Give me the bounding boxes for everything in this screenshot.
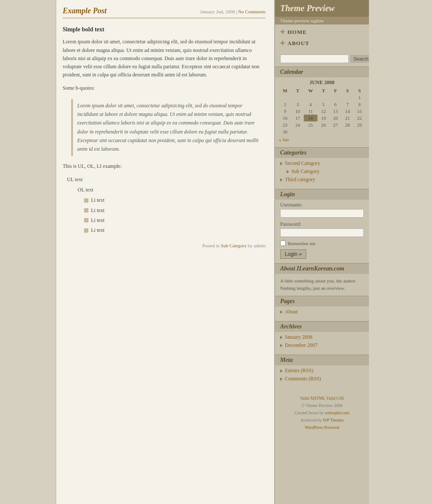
list-item: Li text [84, 216, 266, 225]
arrow-icon [280, 377, 283, 381]
page-item[interactable]: About [280, 309, 364, 315]
arrow-icon [280, 178, 283, 182]
post-paragraph: Lorem ipsum dolor sit amet, consectetur … [63, 38, 266, 79]
cal-nav-row: « Jan [278, 135, 366, 143]
search-button[interactable]: Search [350, 55, 372, 63]
remember-checkbox[interactable] [280, 240, 286, 246]
archive-link[interactable]: December 2007 [285, 342, 317, 349]
meta-item[interactable]: Comments (RSS) [280, 376, 364, 382]
categories-title: Categories [275, 147, 369, 158]
arrow-icon [280, 310, 283, 314]
sidebar: Theme Preview Theme preview tagline ✛ HO… [275, 0, 369, 504]
post-comments-link[interactable]: No Comments [238, 9, 266, 14]
cal-header: F [329, 87, 341, 94]
category-link[interactable]: Second Category [285, 160, 320, 167]
valid-xhtml-link[interactable]: Valid XHTML [300, 396, 325, 401]
cal-row: 2345678 [278, 101, 366, 108]
li-list: Li text Li text Li text Li text [84, 196, 266, 234]
page-link[interactable]: About [285, 309, 298, 315]
cal-row: 23242526272829 [278, 121, 366, 128]
login-button[interactable]: Login » [280, 249, 306, 259]
category-item[interactable]: Third category [280, 176, 364, 183]
archive-item[interactable]: January 2008 [280, 334, 364, 340]
cal-header: T [317, 87, 329, 94]
webophir-link[interactable]: webophir.com [325, 410, 349, 415]
archives-title: Archives [275, 321, 369, 332]
plus-icon: ✛ [280, 40, 285, 47]
right-margin [369, 0, 432, 504]
calendar-wrapper: JUNE 2008 M T W T F S S 1 [275, 77, 369, 147]
posted-in-category[interactable]: Sub Category [221, 243, 247, 248]
left-margin [0, 0, 56, 504]
cal-prev-link[interactable]: « Jan [279, 137, 289, 142]
rss-link[interactable]: Entries (RSS) [285, 367, 313, 374]
archive-item[interactable]: December 2007 [280, 342, 364, 349]
post-date: January 2nd, 2008 [200, 9, 235, 14]
comments-rss-link[interactable]: Comments (RSS) [285, 376, 321, 382]
sub-category-link[interactable]: Sub Category [291, 168, 320, 175]
li-bullet [84, 218, 88, 222]
meta-item[interactable]: Entries (RSS) [280, 367, 364, 374]
calendar-table: M T W T F S S 1 2345678 [278, 87, 366, 143]
sidebar-nav-home[interactable]: ✛ HOME [275, 27, 369, 38]
calendar-title: Calendar [275, 67, 369, 77]
post-header: Example Post January 2nd, 2008 | No Comm… [63, 6, 266, 18]
category-item[interactable]: Second Category [280, 160, 364, 167]
password-input[interactable] [280, 228, 364, 237]
calendar-month: JUNE 2008 [278, 79, 366, 86]
arrow-icon [280, 162, 283, 165]
li-bullet [84, 208, 88, 213]
arrow-icon [280, 369, 283, 373]
arrow-icon [280, 344, 283, 347]
category-link[interactable]: Third category [285, 176, 315, 183]
post-bold-heading: Simple bold text [63, 25, 266, 34]
cal-today: 18 [304, 115, 317, 121]
post-title: Example Post [63, 6, 107, 15]
arrow-icon [280, 336, 283, 339]
about-section: A little something about you, the author… [275, 274, 369, 296]
login-section: Username: Password: Remember me Login » [275, 200, 369, 263]
wp-powered-link[interactable]: WordPress Powered [305, 425, 339, 430]
categories-list: Second Category Sub Category Third categ… [275, 158, 369, 189]
login-title: Login [275, 189, 369, 200]
arrow-icon [287, 170, 289, 173]
cal-header: S [353, 87, 366, 94]
plus-icon: ✛ [280, 29, 285, 36]
ol-text: OL text [78, 186, 266, 194]
about-section-title: About ILearnKorean.com [275, 263, 369, 274]
cal-header: W [304, 87, 317, 94]
ul-ol-label: This is UL, OL, LI example: [63, 162, 266, 170]
sub-category-item[interactable]: Sub Category [287, 168, 364, 175]
archives-list: January 2008 December 2007 [275, 332, 369, 355]
about-text: A little something about you, the author… [280, 277, 364, 291]
bquotes-label: Some b-quotes: [63, 84, 266, 92]
search-box: Search [275, 51, 369, 67]
cal-row: 9101112131415 [278, 108, 366, 115]
username-input[interactable] [280, 209, 364, 218]
li-bullet [84, 228, 88, 233]
sidebar-tagline: Theme preview tagline [275, 17, 369, 24]
valid-css-link[interactable]: Valid CSS [326, 396, 344, 401]
meta-list: Entries (RSS) Comments (RSS) [275, 365, 369, 388]
list-item: Li text [84, 196, 266, 204]
username-label: Username: [280, 202, 364, 208]
ul-ol-section: UL text OL text Li text Li text Li text … [67, 176, 266, 234]
cal-row: 16171819202122 [278, 115, 366, 121]
ul-text: UL text [67, 176, 266, 184]
search-input[interactable] [280, 55, 349, 63]
post-body: Simple bold text Lorem ipsum dolor sit a… [63, 25, 266, 234]
remember-label: Remember me [288, 241, 315, 246]
wp-themes-link[interactable]: WP Themes [323, 418, 344, 422]
meta-title: Meta [275, 355, 369, 365]
cal-header: T [292, 87, 304, 94]
list-item: Li text [84, 206, 266, 215]
list-item: Li text [84, 226, 266, 234]
sidebar-nav-about[interactable]: ✛ ABOUT [275, 38, 369, 49]
password-label: Password: [280, 221, 364, 228]
sidebar-nav: ✛ HOME ✛ ABOUT [275, 24, 369, 51]
archive-link[interactable]: January 2008 [285, 334, 312, 340]
li-bullet [84, 198, 88, 203]
post-blockquote: Lorem ipsum dolor sit amet, consectetur … [71, 99, 266, 156]
sidebar-footer: Valid XHTML Valid CSS © Theme Preview 20… [275, 388, 369, 435]
sidebar-header: Theme Preview [275, 0, 369, 17]
